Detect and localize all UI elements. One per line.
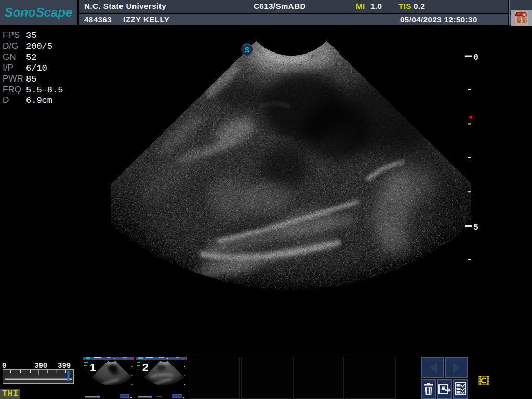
svg-text:S: S bbox=[244, 45, 249, 54]
svg-text:0: 0 bbox=[473, 52, 478, 62]
svg-text:5: 5 bbox=[473, 222, 478, 232]
